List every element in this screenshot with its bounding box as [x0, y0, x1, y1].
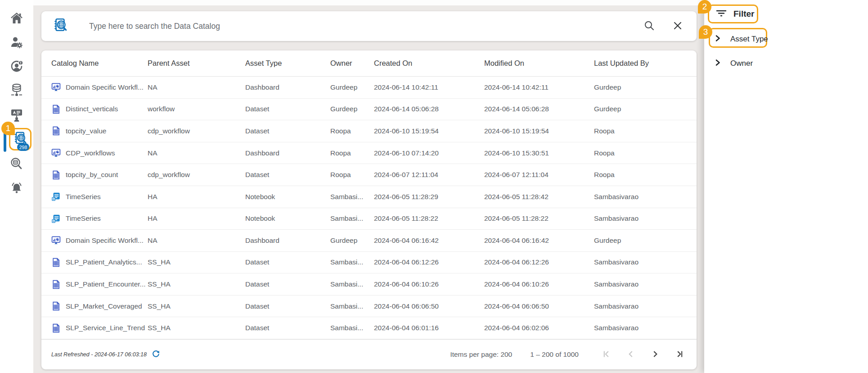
column-header-last-updated-by: Last Updated By [594, 59, 697, 68]
parent-asset: cdp_workflow [148, 127, 245, 135]
search-button[interactable] [642, 18, 657, 35]
table-row[interactable]: SLP_Patient_Analytics... SS_HA Dataset S… [41, 252, 697, 274]
sidebar-item-user-status[interactable] [0, 57, 33, 77]
parent-asset: SS_HA [148, 258, 245, 266]
catalog-name: TimeSeries [66, 193, 101, 201]
owner: Roopa [330, 149, 374, 157]
table-row[interactable]: Distinct_verticals workflow Dataset Gurd… [41, 99, 697, 121]
last-updated-by: Gurdeep [594, 105, 697, 113]
catalog-name: Domain Specific Workfl... [66, 83, 144, 91]
owner: Gurdeep [330, 237, 374, 245]
asset-type: Dataset [245, 105, 330, 113]
created-on: 2024-06-05 11:28:22 [374, 214, 484, 223]
column-header-created-on: Created On [374, 59, 484, 68]
created-on: 2024-06-05 11:28:29 [374, 193, 484, 201]
created-on: 2024-06-10 15:19:54 [374, 127, 484, 135]
dashboard-icon [51, 236, 61, 245]
user-gear-icon [10, 36, 23, 49]
next-page-button[interactable] [649, 348, 661, 361]
filter-button[interactable]: Filter [708, 5, 758, 23]
owner: Sambasi... [330, 193, 374, 201]
dataset-icon [51, 170, 61, 180]
dataset-icon [51, 258, 61, 267]
table-footer: Last Refreshed - 2024-06-17 06:03:18 Ite… [41, 339, 697, 369]
sidebar-item-notifications[interactable] [0, 178, 33, 198]
dataset-icon [51, 323, 61, 333]
modified-on: 2024-06-14 05:06:28 [484, 105, 594, 113]
owner: Sambasi... [330, 258, 374, 266]
annotation-badge-2: 2 [698, 0, 711, 14]
refresh-button[interactable] [151, 349, 161, 360]
asset-type: Dataset [245, 127, 330, 135]
parent-asset: HA [148, 193, 245, 201]
last-updated-by: Sambasivarao [594, 324, 697, 332]
main-content: Catalog Name Parent Asset Asset Type Own… [33, 5, 704, 373]
parent-asset: workflow [148, 105, 245, 113]
first-page-button[interactable] [600, 348, 613, 361]
previous-page-button[interactable] [625, 348, 637, 361]
last-updated-by: Gurdeep [594, 83, 697, 91]
created-on: 2024-06-04 06:12:26 [374, 258, 484, 266]
filter-panel: Filter Asset Type Owner [704, 0, 868, 373]
column-header-owner: Owner [330, 59, 374, 68]
table-row[interactable]: Domain Specific Workfl... NA Dashboard G… [41, 77, 697, 99]
owner: Gurdeep [330, 105, 374, 113]
created-on: 2024-06-10 07:14:20 [374, 149, 484, 157]
table-row[interactable]: topcity_value cdp_workflow Dataset Roopa… [41, 120, 697, 142]
dataset-icon [51, 126, 61, 136]
table-row[interactable]: SLP_Patient_Encounter... SS_HA Dataset S… [41, 273, 697, 296]
owner: Roopa [330, 171, 374, 179]
next-page-icon [649, 348, 661, 361]
parent-asset: HA [148, 214, 245, 223]
catalog-name: SLP_Patient_Analytics... [66, 258, 142, 266]
chevron-right-icon [713, 58, 722, 69]
pagination: Items per page: 200 1 – 200 of 1000 [450, 348, 686, 361]
sidebar-item-data-sources[interactable] [0, 81, 33, 100]
modified-on: 2024-06-10 15:30:51 [484, 149, 594, 157]
filter-title: Filter [733, 9, 754, 19]
sidebar-item-asset-search[interactable] [0, 154, 33, 174]
catalog-table: Catalog Name Parent Asset Asset Type Own… [41, 50, 697, 369]
catalog-name: SLP_Market_Coveraged [66, 302, 142, 310]
filter-section-owner[interactable]: Owner [713, 58, 753, 69]
owner: Sambasi... [330, 324, 374, 332]
last-updated-by: Roopa [594, 149, 697, 157]
table-row[interactable]: SLP_Market_Coveraged SS_HA Dataset Samba… [41, 296, 697, 318]
parent-asset: SS_HA [148, 302, 245, 310]
column-header-parent-asset: Parent Asset [148, 59, 245, 68]
last-refreshed-text: Last Refreshed - 2024-06-17 06:03:18 [51, 349, 161, 360]
table-row[interactable]: topcity_by_count cdp_workflow Dataset Ro… [41, 164, 697, 186]
owner: Gurdeep [330, 83, 374, 91]
table-row[interactable]: CDP_workflows NA Dashboard Roopa 2024-06… [41, 142, 697, 164]
dashboard-icon [51, 148, 61, 158]
search-input[interactable] [89, 22, 642, 31]
annotation-badge-1: 1 [1, 122, 15, 135]
parent-asset: NA [148, 149, 245, 157]
table-row[interactable]: TimeSeries HA Notebook Sambasi... 2024-0… [41, 186, 697, 208]
table-row[interactable]: TimeSeries HA Notebook Sambasi... 2024-0… [41, 208, 697, 230]
modified-on: 2024-06-07 12:11:04 [484, 171, 594, 179]
parent-asset: NA [148, 237, 245, 245]
owner: Sambasi... [330, 302, 374, 310]
last-updated-by: Sambasivarao [594, 193, 697, 201]
table-body: Domain Specific Workfl... NA Dashboard G… [41, 77, 697, 339]
sidebar-item-home[interactable] [0, 8, 33, 28]
table-row[interactable]: SLP_Service_Line_Trend SS_HA Dataset Sam… [41, 317, 697, 339]
asset-type: Dataset [245, 324, 330, 332]
last-updated-by: Sambasivarao [594, 280, 697, 288]
sidebar-item-user-settings[interactable] [0, 32, 33, 52]
sidebar: 1 298 [0, 0, 33, 373]
modified-on: 2024-06-05 11:28:22 [484, 214, 594, 223]
clear-search-button[interactable] [670, 18, 685, 34]
created-on: 2024-06-04 06:01:16 [374, 324, 484, 332]
table-row[interactable]: Domain Specific Workfl... NA Dashboard G… [41, 230, 697, 252]
notebook-icon [51, 214, 61, 223]
last-updated-by: Roopa [594, 127, 697, 135]
last-page-button[interactable] [673, 348, 686, 361]
filter-section-asset-type[interactable]: Asset Type [713, 34, 768, 45]
items-per-page-label: Items per page: 200 [450, 350, 512, 359]
modified-on: 2024-06-04 06:12:26 [484, 258, 594, 266]
asset-type: Dataset [245, 258, 330, 266]
created-on: 2024-06-04 06:06:50 [374, 302, 484, 310]
last-page-icon [674, 348, 685, 361]
